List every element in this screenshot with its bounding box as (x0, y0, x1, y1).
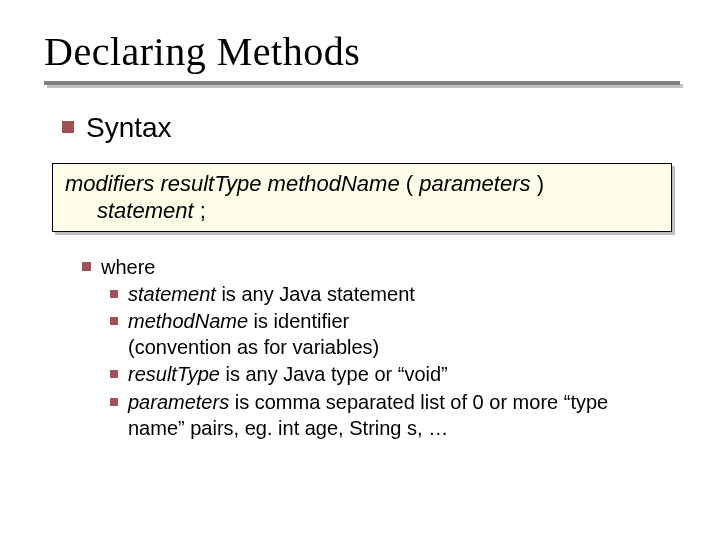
where-item-desc: is any Java statement (216, 283, 415, 305)
where-heading: where (82, 254, 680, 280)
syntax-line-1: modifiers resultType methodName ( parame… (65, 170, 659, 198)
where-item-desc: is any Java type or “void” (220, 363, 448, 385)
syntax-close-paren: ) (537, 171, 544, 196)
syntax-semicolon: ; (200, 198, 206, 223)
square-bullet-icon (110, 290, 118, 298)
slide-title: Declaring Methods (44, 28, 680, 75)
syntax-result-type: resultType (160, 171, 261, 196)
bullet-syntax: Syntax (62, 111, 680, 145)
where-list: statement is any Java statement methodNa… (110, 282, 680, 442)
where-item-text: parameters is comma separated list of 0 … (128, 390, 648, 441)
syntax-method-name: methodName (268, 171, 400, 196)
square-bullet-icon (110, 370, 118, 378)
square-bullet-icon (110, 398, 118, 406)
where-item-text: statement is any Java statement (128, 282, 415, 308)
list-item: methodName is identifier (convention as … (110, 309, 680, 360)
title-underline (44, 81, 680, 85)
list-item: parameters is comma separated list of 0 … (110, 390, 680, 441)
where-label: where (101, 254, 155, 280)
where-block: where statement is any Java statement me… (82, 254, 680, 442)
syntax-box: modifiers resultType methodName ( parame… (52, 163, 672, 232)
where-item-term: parameters (128, 391, 229, 413)
list-item: statement is any Java statement (110, 282, 680, 308)
where-item-term: methodName (128, 310, 248, 332)
where-item-term: resultType (128, 363, 220, 385)
where-item-term: statement (128, 283, 216, 305)
syntax-statement: statement (97, 198, 194, 223)
syntax-line-2: statement ; (65, 197, 659, 225)
syntax-modifiers: modifiers (65, 171, 154, 196)
where-item-text: methodName is identifier (convention as … (128, 309, 379, 360)
square-bullet-icon (62, 121, 74, 133)
slide: Declaring Methods Syntax modifiers resul… (0, 0, 720, 540)
syntax-open-paren: ( (406, 171, 419, 196)
list-item: resultType is any Java type or “void” (110, 362, 680, 388)
syntax-parameters: parameters (419, 171, 530, 196)
square-bullet-icon (82, 262, 91, 271)
square-bullet-icon (110, 317, 118, 325)
bullet-syntax-label: Syntax (86, 111, 172, 145)
where-item-text: resultType is any Java type or “void” (128, 362, 448, 388)
